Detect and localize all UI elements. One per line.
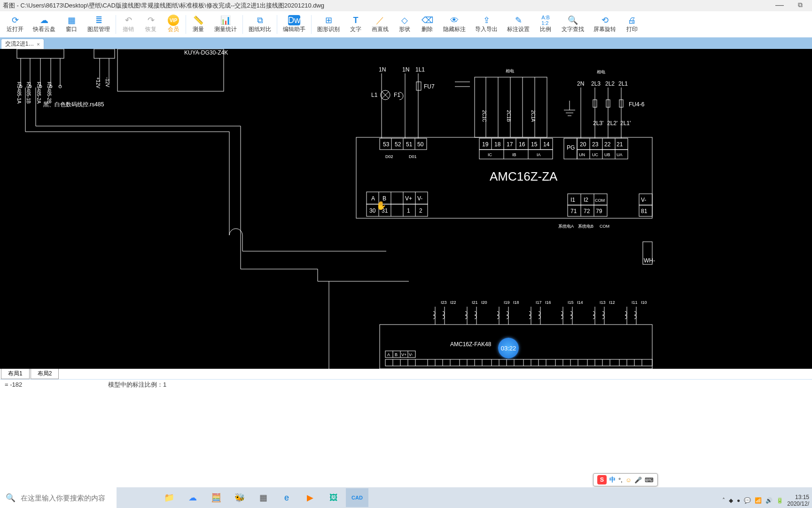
svg-text:UC: UC [592,152,598,157]
tool-find-text[interactable]: 🔍文字查找 [557,14,589,34]
tool-cloud[interactable]: ☁快看云盘 [28,14,60,34]
system-tray: ˄ ◆ ● 💬 📶 🔊 🔋 13:15 2020/12/ [722,494,809,507]
app-edge[interactable]: е [275,488,298,507]
svg-text:相电: 相电 [506,69,514,73]
svg-text:2L2: 2L2 [605,80,615,87]
svg-text:I14: I14 [577,300,583,305]
app-baidu[interactable]: ☁ [181,488,204,507]
app-photos[interactable]: 🖼 [322,488,345,507]
svg-text:COM: COM [595,198,605,203]
tool-scale[interactable]: A:B1:2比例 [534,14,557,34]
svg-text:AMC16Z-ZA: AMC16Z-ZA [490,169,558,183]
tool-undo[interactable]: ↶撤销 [117,14,140,34]
svg-text:30: 30 [369,207,376,214]
svg-rect-42 [416,82,421,90]
svg-text:D01: D01 [409,154,417,159]
svg-text:I10: I10 [641,300,647,305]
ime-bar[interactable]: S 中 °, ☺ 🎤 ⌨ [593,473,658,486]
svg-text:B: B [395,352,398,357]
app-calc[interactable]: 🧮 [205,488,227,507]
svg-text:2L3: 2L3 [591,80,601,87]
tool-shape-recog[interactable]: ⊞图形识别 [312,14,344,34]
svg-text:UA: UA [617,152,623,157]
svg-rect-62 [475,77,547,137]
ime-emoji[interactable]: ☺ [625,476,632,484]
app-bee[interactable]: 🐝 [228,488,251,507]
tool-vip[interactable]: VIP会员 [162,14,185,34]
svg-text:相电: 相电 [597,70,605,74]
layout-tab-2[interactable]: 布局2 [31,369,59,379]
svg-text:2L1: 2L1 [618,80,628,87]
svg-text:I11: I11 [632,300,638,305]
svg-text:V-: V- [417,195,422,202]
svg-text:53: 53 [383,141,390,148]
app-tool1[interactable]: ▦ [252,488,274,507]
svg-text:AMC16Z-FAK48: AMC16Z-FAK48 [450,341,492,348]
taskbar-search[interactable]: 🔍 [0,487,155,508]
tray-wechat-icon[interactable]: 💬 [744,497,751,504]
tool-text[interactable]: T文字 [344,14,367,34]
app-cad[interactable]: CAD [346,488,368,507]
svg-text:RS485-2A: RS485-2A [36,82,41,103]
svg-text:PG: PG [567,144,575,151]
tool-hide-annot[interactable]: 👁隐藏标注 [438,14,470,34]
svg-text:I12: I12 [609,300,615,305]
tool-shape[interactable]: ◇形状 [393,14,416,34]
tool-annot-settings[interactable]: ✎标注设置 [502,14,534,34]
svg-text:16: 16 [519,141,525,148]
svg-text:V-: V- [409,352,413,357]
tool-delete[interactable]: ⌫删除 [416,14,438,34]
tray-volume-icon[interactable]: 🔊 [765,497,773,504]
svg-text:81: 81 [641,208,648,214]
svg-text:V-: V- [641,197,646,203]
tool-window[interactable]: ▦窗口 [60,14,83,34]
search-icon: 🔍 [6,493,16,503]
windows-taskbar: 🔍 📁 ☁ 🧮 🐝 ▦ е ▶ 🖼 CAD ˄ ◆ ● 💬 📶 🔊 🔋 13:1… [0,487,812,508]
sogou-logo-icon: S [597,475,607,484]
svg-text:79: 79 [596,208,602,214]
search-input[interactable] [0,487,117,508]
tray-chevron-icon[interactable]: ˄ [722,497,725,504]
svg-text:71: 71 [570,208,577,214]
tab-close-icon[interactable]: × [37,41,39,47]
tool-compare[interactable]: ⧉图纸对比 [244,14,276,34]
tray-app2-icon[interactable]: ● [737,497,740,504]
svg-text:I13: I13 [600,300,606,305]
tool-redo[interactable]: ↷恢复 [140,14,162,34]
svg-text:I16: I16 [545,300,551,305]
svg-text:19: 19 [482,141,489,148]
ime-mic-icon[interactable]: 🎤 [634,476,642,484]
drawing-canvas[interactable]: RS485-1A RS485-1B RS485-2A RS485-2B +12V… [0,49,812,369]
ime-punct[interactable]: °, [618,476,623,484]
layout-tab-1[interactable]: 布局1 [1,369,30,379]
tray-wifi-icon[interactable]: 📶 [755,497,762,504]
ime-lang[interactable]: 中 [609,476,616,484]
tool-layers[interactable]: ≣图层管理 [83,14,115,34]
tool-edit-assist[interactable]: Dw编辑助手 [278,14,310,34]
tool-print[interactable]: 🖨打印 [621,14,643,34]
document-tabbar: 交流2进1… × [0,38,812,49]
tray-app1-icon[interactable]: ◆ [729,497,733,504]
minimize-button[interactable]: — [775,0,784,10]
document-tab[interactable]: 交流2进1… × [1,39,44,49]
svg-text:I1: I1 [570,197,575,203]
tool-rotate[interactable]: ⟲屏幕旋转 [589,14,621,34]
svg-text:1N: 1N [402,66,409,73]
svg-text:RS485-2B: RS485-2B [47,82,52,103]
ime-keyboard-icon[interactable]: ⌨ [645,476,654,484]
layout-tabs: 布局1 布局2 [0,369,812,379]
tool-recent-open[interactable]: ⟳近打开 [2,14,28,34]
restore-button[interactable]: ⧉ [798,1,803,9]
tray-clock[interactable]: 13:15 2020/12/ [787,494,809,507]
app-explorer[interactable]: 📁 [158,488,180,507]
tool-import-export[interactable]: ⇪导入导出 [470,14,502,34]
svg-text:I22: I22 [450,300,456,305]
tool-line[interactable]: ／画直线 [367,14,393,34]
tool-measure-stats[interactable]: 📊测量统计 [210,14,242,34]
tray-battery-icon[interactable]: 🔋 [776,497,783,504]
main-toolbar: ⟳近打开 ☁快看云盘 ▦窗口 ≣图层管理 ↶撤销 ↷恢复 VIP会员 📏测量 📊… [0,11,812,38]
tool-measure[interactable]: 📏测量 [187,14,210,34]
svg-text:14: 14 [543,141,550,148]
app-huya[interactable]: ▶ [299,488,321,507]
timestamp-bubble: 03:22 [498,338,519,358]
